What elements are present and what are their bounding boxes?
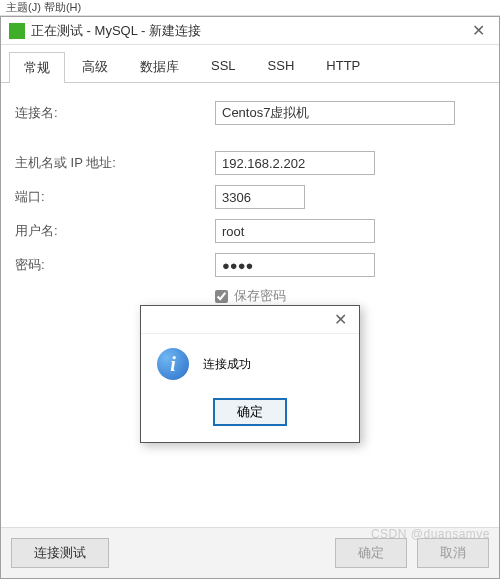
port-input[interactable] (215, 185, 305, 209)
tab-http[interactable]: HTTP (311, 51, 375, 82)
message-text: 连接成功 (203, 356, 251, 373)
message-close-icon[interactable]: ✕ (328, 310, 353, 329)
window-title: 正在测试 - MySQL - 新建连接 (31, 22, 466, 40)
message-ok-button[interactable]: 确定 (213, 398, 287, 426)
dialog-footer: 连接测试 确定 取消 (1, 527, 499, 578)
host-input[interactable] (215, 151, 375, 175)
conn-name-input[interactable] (215, 101, 455, 125)
ok-button[interactable]: 确定 (335, 538, 407, 568)
dialog-window: 正在测试 - MySQL - 新建连接 ✕ 常规 高级 数据库 SSL SSH … (0, 16, 500, 579)
close-icon[interactable]: ✕ (466, 21, 491, 40)
tab-general[interactable]: 常规 (9, 52, 65, 83)
save-pwd-label: 保存密码 (234, 287, 286, 305)
cancel-button[interactable]: 取消 (417, 538, 489, 568)
tab-advanced[interactable]: 高级 (67, 51, 123, 82)
save-pwd-checkbox[interactable] (215, 290, 228, 303)
tab-ssl[interactable]: SSL (196, 51, 251, 82)
app-icon (9, 23, 25, 39)
titlebar: 正在测试 - MySQL - 新建连接 ✕ (1, 17, 499, 45)
test-connection-button[interactable]: 连接测试 (11, 538, 109, 568)
port-label: 端口: (15, 188, 215, 206)
tabs: 常规 高级 数据库 SSL SSH HTTP (1, 45, 499, 83)
conn-name-label: 连接名: (15, 104, 215, 122)
message-titlebar: ✕ (141, 306, 359, 334)
info-icon: i (157, 348, 189, 380)
tab-ssh[interactable]: SSH (253, 51, 310, 82)
tab-database[interactable]: 数据库 (125, 51, 194, 82)
user-label: 用户名: (15, 222, 215, 240)
message-dialog: ✕ i 连接成功 确定 (140, 305, 360, 443)
pwd-label: 密码: (15, 256, 215, 274)
menubar[interactable]: 主题(J) 帮助(H) (0, 0, 500, 16)
host-label: 主机名或 IP 地址: (15, 154, 215, 172)
user-input[interactable] (215, 219, 375, 243)
pwd-input[interactable] (215, 253, 375, 277)
